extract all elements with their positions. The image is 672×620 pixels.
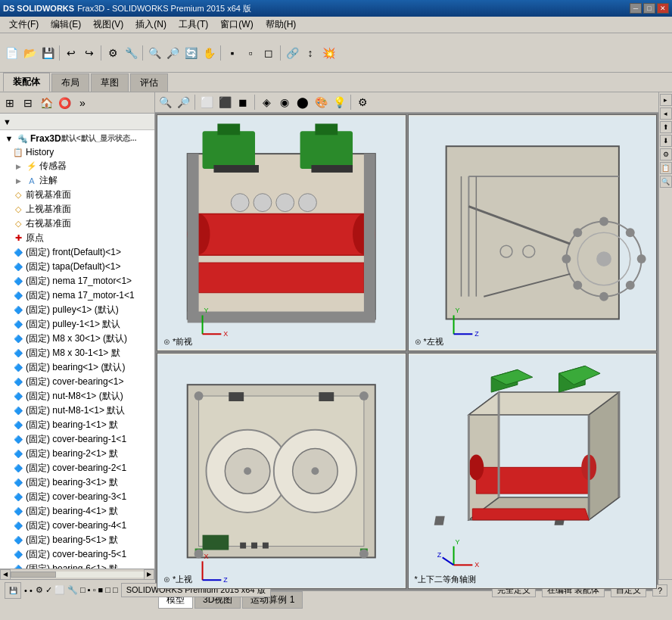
scroll-right-btn[interactable]: ▶ [144, 569, 154, 580]
right-btn-4[interactable]: ⬇ [660, 135, 672, 147]
tab-evaluate[interactable]: 评估 [130, 73, 168, 92]
tree-item-sensor[interactable]: ▶ ⚡ 传感器 [0, 159, 154, 173]
viewport-top[interactable]: X Z ⊙ *上视 [157, 353, 406, 590]
tree-item-cover5[interactable]: 🔷 (固定) cover-bearing-5<1 [0, 547, 154, 562]
tree-item-bearing1[interactable]: 🔷 (固定) bearing<1> (默认) [0, 360, 154, 375]
tb-zoom-in[interactable]: 🔎 [164, 45, 181, 61]
viewport-front[interactable]: Y X ⊙ *前视 [157, 114, 406, 351]
vp-color[interactable]: 🎨 [313, 94, 329, 111]
vp-view2[interactable]: ⬛ [216, 94, 233, 111]
tree-item-cover4[interactable]: 🔷 (固定) cover-bearing-4<1 [0, 519, 154, 533]
lp-btn-2[interactable]: ⊟ [20, 95, 36, 111]
right-btn-7[interactable]: 🔍 [660, 176, 672, 188]
right-btn-3[interactable]: ⬆ [660, 121, 672, 133]
tb-shaded[interactable]: ▪ [224, 45, 241, 61]
tb-pan[interactable]: ✋ [201, 45, 217, 61]
tree-item-nut1[interactable]: 🔷 (固定) nut-M8<1> (默认) [0, 389, 154, 403]
menu-file[interactable]: 文件(F) [3, 17, 45, 33]
lp-btn-3[interactable]: 🏠 [38, 95, 54, 111]
viewport-iso[interactable]: Y X Z *上下二等角轴测 [408, 353, 658, 590]
vp-light[interactable]: 💡 [331, 94, 347, 111]
lp-expand[interactable]: » [74, 95, 91, 111]
close-button[interactable]: ✕ [657, 3, 669, 14]
tb-explode[interactable]: 💥 [320, 45, 337, 61]
tb-hidden[interactable]: ◻ [260, 45, 277, 61]
vp-zoom[interactable]: 🔍 [157, 94, 173, 111]
right-btn-1[interactable]: ▸ [660, 94, 672, 106]
lp-btn-4[interactable]: ⭕ [56, 95, 73, 111]
menu-help[interactable]: 帮助(H) [260, 17, 303, 33]
horiz-scroll-track[interactable] [11, 572, 144, 578]
tab-sketch[interactable]: 草图 [91, 73, 129, 92]
vp-zoom2[interactable]: 🔎 [175, 94, 191, 111]
tree-item-history[interactable]: 📋 History [0, 145, 154, 159]
tb-options[interactable]: 🔧 [123, 45, 139, 61]
tree-item-origin[interactable]: ✚ 原点 [0, 231, 154, 245]
right-btn-2[interactable]: ◂ [660, 107, 672, 120]
tree-item-motor1[interactable]: 🔷 (固定) nema 17_motor<1> [0, 274, 154, 288]
tree-item-bearing1b[interactable]: 🔷 (固定) bearing-1<1> 默 [0, 418, 154, 432]
tree-area[interactable]: ▼ 🔩 Frax3D 默认<默认_显示状态... 📋 History ▶ ⚡ 传… [0, 130, 154, 569]
tree-item-m8bolt1[interactable]: 🔷 (固定) M8 x 30<1> (默认) [0, 332, 154, 346]
menu-view[interactable]: 视图(V) [87, 17, 129, 33]
svg-rect-61 [203, 534, 229, 550]
scroll-left-btn[interactable]: ◀ [0, 569, 11, 580]
tab-layout[interactable]: 布局 [51, 73, 89, 92]
tb-wireframe[interactable]: ▫ [242, 45, 259, 61]
lp-btn-1[interactable]: ⊞ [2, 95, 18, 111]
tree-item-bearing3[interactable]: 🔷 (固定) bearing-3<1> 默 [0, 475, 154, 490]
tree-root[interactable]: ▼ 🔩 Frax3D 默认<默认_显示状态... [0, 132, 154, 145]
tree-item-cover1[interactable]: 🔷 (固定) cover-bearing<1> [0, 375, 154, 389]
horiz-scroll-thumb[interactable] [11, 572, 56, 578]
tb-move[interactable]: ↕ [302, 45, 319, 61]
vp-display1[interactable]: ◈ [258, 94, 275, 111]
menu-insert[interactable]: 插入(N) [129, 17, 173, 33]
tb-undo[interactable]: ↩ [63, 45, 79, 61]
menu-tools[interactable]: 工具(T) [173, 17, 214, 33]
vp-settings[interactable]: ⚙ [354, 94, 371, 111]
tb-save[interactable]: 💾 [39, 45, 56, 61]
tb-rotate[interactable]: 🔄 [182, 45, 199, 61]
tree-item-cover2[interactable]: 🔷 (固定) cover-bearing-2<1 [0, 461, 154, 475]
maximize-button[interactable]: □ [643, 3, 655, 14]
tree-item-tapa[interactable]: 🔷 (固定) tapa(Default)<1> [0, 260, 154, 274]
tree-item-note[interactable]: ▶ A 注解 [0, 173, 154, 188]
tb-mate[interactable]: 🔗 [284, 45, 300, 61]
tb-open[interactable]: 📂 [21, 45, 38, 61]
tree-item-m8bolt2[interactable]: 🔷 (固定) M8 x 30-1<1> 默 [0, 346, 154, 360]
tb-new[interactable]: 📄 [3, 45, 20, 61]
right-btn-5[interactable]: ⚙ [660, 148, 672, 160]
vp-view3[interactable]: ◼ [235, 94, 251, 111]
tb-zoom-fit[interactable]: 🔍 [146, 45, 163, 61]
svg-text:Z: Z [437, 551, 441, 559]
right-btn-6[interactable]: 📋 [660, 162, 672, 174]
horiz-scrollbar[interactable]: ◀ ▶ [0, 569, 154, 579]
tree-item-bearing6[interactable]: 🔷 (固定) bearing-6<1> 默 [0, 562, 154, 569]
tree-item-top-plane[interactable]: ◇ 上视基准面 [0, 202, 154, 217]
tree-item-front-plane[interactable]: ◇ 前视基准面 [0, 188, 154, 202]
tree-item-nut2[interactable]: 🔷 (固定) nut-M8-1<1> 默认 [0, 403, 154, 418]
tree-item-front[interactable]: 🔷 (固定) front(Default)<1> [0, 245, 154, 260]
tab-assembly[interactable]: 装配体 [3, 73, 50, 92]
menu-window[interactable]: 窗口(W) [214, 17, 259, 33]
tree-item-bearing4[interactable]: 🔷 (固定) bearing-4<1> 默 [0, 504, 154, 519]
minimize-button[interactable]: ─ [630, 3, 642, 14]
tree-item-cover1b[interactable]: 🔷 (固定) cover-bearing-1<1 [0, 432, 154, 447]
menu-edit[interactable]: 编辑(E) [45, 17, 87, 33]
vp-view1[interactable]: ⬜ [198, 94, 215, 111]
viewport-left[interactable]: Y Z ⊙ *左视 [408, 114, 658, 351]
tree-item-bearing5[interactable]: 🔷 (固定) bearing-5<1> 默 [0, 533, 154, 547]
vp-display2[interactable]: ◉ [276, 94, 293, 111]
tb-rebuild[interactable]: ⚙ [104, 45, 121, 61]
svg-point-65 [194, 391, 204, 400]
tree-item-pulley1[interactable]: 🔷 (固定) pulley<1> (默认) [0, 303, 154, 317]
viewport-container: 🔍 🔎 ⬜ ⬛ ◼ ◈ ◉ ⬤ 🎨 💡 ⚙ [155, 92, 658, 579]
tree-item-right-plane[interactable]: ◇ 右视基准面 [0, 217, 154, 231]
tree-item-cover3[interactable]: 🔷 (固定) cover-bearing-3<1 [0, 490, 154, 504]
tree-item-pulley2[interactable]: 🔷 (固定) pulley-1<1> 默认 [0, 317, 154, 332]
tb-redo[interactable]: ↪ [81, 45, 98, 61]
tree-item-motor2[interactable]: 🔷 (固定) nema 17_motor-1<1 [0, 288, 154, 303]
vp-display3[interactable]: ⬤ [294, 94, 311, 111]
tree-item-bearing2[interactable]: 🔷 (固定) bearing-2<1> 默 [0, 447, 154, 461]
status-save-btn[interactable]: 💾 [5, 582, 21, 599]
